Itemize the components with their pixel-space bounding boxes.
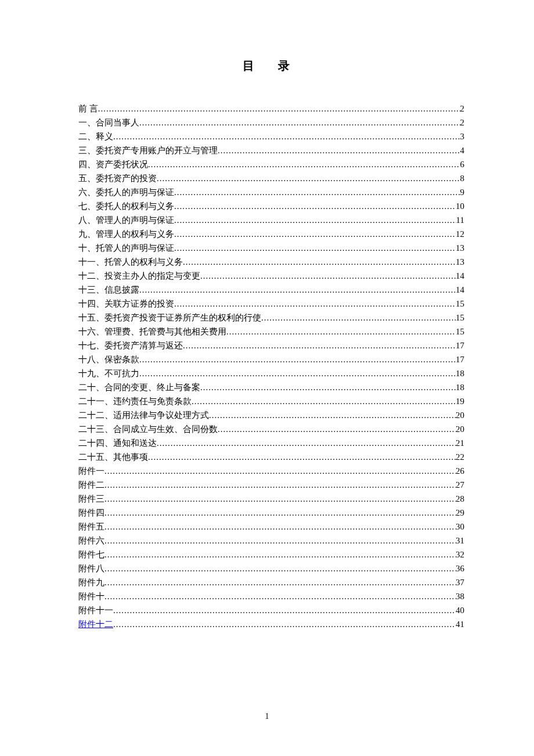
toc-entry[interactable]: 附件一26 xyxy=(78,464,464,478)
toc-entry-label: 附件五 xyxy=(78,520,104,534)
toc-leader-dots xyxy=(113,617,456,631)
toc-entry-page: 14 xyxy=(456,283,464,297)
toc-entry[interactable]: 附件八36 xyxy=(78,561,464,575)
toc-entry-page: 37 xyxy=(456,575,464,589)
toc-entry-label: 附件九 xyxy=(78,575,104,589)
toc-entry-label: 附件十二 xyxy=(78,617,113,631)
toc-entry-label: 七、委托人的权利与义务 xyxy=(78,199,174,213)
toc-entry-page: 9 xyxy=(460,185,465,199)
toc-leader-dots xyxy=(113,603,456,617)
toc-entry[interactable]: 附件三28 xyxy=(78,492,464,506)
toc-entry-label: 附件三 xyxy=(78,492,104,506)
toc-leader-dots xyxy=(104,520,456,534)
toc-entry[interactable]: 五、委托资产的投资8 xyxy=(78,171,464,185)
toc-entry-label: 十四、关联方证券的投资 xyxy=(78,297,174,311)
toc-leader-dots xyxy=(200,380,456,394)
toc-entry-page: 20 xyxy=(456,422,464,436)
toc-entry-label: 十二、投资主办人的指定与变更 xyxy=(78,269,200,283)
toc-leader-dots xyxy=(98,102,460,116)
toc-entry[interactable]: 一、合同当事人2 xyxy=(78,116,464,129)
toc-entry[interactable]: 二十五、其他事项22 xyxy=(78,450,464,464)
toc-entry-page: 17 xyxy=(456,352,464,366)
toc-entry-label: 附件四 xyxy=(78,506,104,520)
toc-entry-label: 附件一 xyxy=(78,464,104,478)
toc-entry-label: 附件二 xyxy=(78,478,104,492)
toc-title: 目 录 xyxy=(78,58,464,74)
toc-leader-dots xyxy=(192,394,456,408)
toc-entry-page: 14 xyxy=(456,269,464,283)
toc-entry-label: 十五、委托资产投资于证券所产生的权利的行使 xyxy=(78,311,261,325)
toc-entry[interactable]: 四、资产委托状况6 xyxy=(78,157,464,171)
toc-entry[interactable]: 十九、不可抗力18 xyxy=(78,366,464,380)
toc-entry[interactable]: 附件九37 xyxy=(78,575,464,589)
toc-entry-page: 21 xyxy=(456,436,464,450)
toc-entry-label: 三、委托资产专用账户的开立与管理 xyxy=(78,143,218,157)
toc-entry-label: 十八、保密条款 xyxy=(78,352,139,366)
toc-entry-page: 36 xyxy=(456,561,464,575)
toc-entry[interactable]: 附件十一40 xyxy=(78,603,464,617)
toc-entry-label: 六、委托人的声明与保证 xyxy=(78,185,174,199)
toc-leader-dots xyxy=(183,339,456,352)
toc-entry-label: 二十一、违约责任与免责条款 xyxy=(78,394,192,408)
toc-entry-page: 38 xyxy=(456,589,464,603)
toc-entry-label: 十、托管人的声明与保证 xyxy=(78,241,174,255)
toc-entry[interactable]: 附件四29 xyxy=(78,506,464,520)
toc-leader-dots xyxy=(148,450,456,464)
toc-entry[interactable]: 六、委托人的声明与保证9 xyxy=(78,185,464,199)
toc-entry[interactable]: 二、释义3 xyxy=(78,129,464,143)
toc-entry-page: 15 xyxy=(456,325,464,339)
toc-entry-label: 二十二、适用法律与争议处理方式 xyxy=(78,408,209,422)
toc-leader-dots xyxy=(218,422,456,436)
toc-entry[interactable]: 七、委托人的权利与义务10 xyxy=(78,199,464,213)
toc-entry[interactable]: 十一、托管人的权利与义务13 xyxy=(78,255,464,269)
toc-leader-dots xyxy=(139,116,460,129)
toc-entry[interactable]: 十六、管理费、托管费与其他相关费用15 xyxy=(78,325,464,339)
toc-entry[interactable]: 十七、委托资产清算与返还17 xyxy=(78,339,464,352)
toc-leader-dots xyxy=(174,297,456,311)
toc-entry-page: 4 xyxy=(460,143,465,157)
toc-leader-dots xyxy=(148,157,460,171)
toc-entry-page: 28 xyxy=(456,492,464,506)
toc-entry[interactable]: 前 言2 xyxy=(78,102,464,116)
toc-entry[interactable]: 附件十38 xyxy=(78,589,464,603)
toc-leader-dots xyxy=(104,534,456,548)
toc-entry[interactable]: 三、委托资产专用账户的开立与管理4 xyxy=(78,143,464,157)
toc-entry[interactable]: 附件二27 xyxy=(78,478,464,492)
toc-entry[interactable]: 附件五30 xyxy=(78,520,464,534)
toc-leader-dots xyxy=(104,492,456,506)
toc-entry[interactable]: 二十四、通知和送达21 xyxy=(78,436,464,450)
toc-entry[interactable]: 二十一、违约责任与免责条款19 xyxy=(78,394,464,408)
toc-leader-dots xyxy=(174,227,456,241)
toc-entry-label: 附件八 xyxy=(78,561,104,575)
toc-entry[interactable]: 二十三、合同成立与生效、合同份数20 xyxy=(78,422,464,436)
toc-entry[interactable]: 十五、委托资产投资于证券所产生的权利的行使15 xyxy=(78,311,464,325)
toc-entry[interactable]: 附件七32 xyxy=(78,548,464,561)
toc-entry[interactable]: 九、管理人的权利与义务12 xyxy=(78,227,464,241)
toc-leader-dots xyxy=(226,325,456,339)
toc-leader-dots xyxy=(218,143,460,157)
toc-entry[interactable]: 十、托管人的声明与保证13 xyxy=(78,241,464,255)
toc-entry-label: 十六、管理费、托管费与其他相关费用 xyxy=(78,325,226,339)
toc-entry[interactable]: 十八、保密条款17 xyxy=(78,352,464,366)
toc-leader-dots xyxy=(104,575,456,589)
toc-entry-label: 二十、合同的变更、终止与备案 xyxy=(78,380,200,394)
toc-entry[interactable]: 二十二、适用法律与争议处理方式20 xyxy=(78,408,464,422)
toc-entry-page: 13 xyxy=(456,255,464,269)
toc-entry[interactable]: 二十、合同的变更、终止与备案18 xyxy=(78,380,464,394)
toc-entry-label: 附件十 xyxy=(78,589,104,603)
toc-entry-page: 6 xyxy=(460,157,465,171)
toc-entry-page: 13 xyxy=(456,241,464,255)
toc-entry-label: 二、释义 xyxy=(78,129,113,143)
toc-leader-dots xyxy=(139,283,456,297)
toc-entry[interactable]: 附件六31 xyxy=(78,534,464,548)
toc-leader-dots xyxy=(183,255,456,269)
toc-entry-page: 32 xyxy=(456,548,464,561)
toc-entry-label: 九、管理人的权利与义务 xyxy=(78,227,174,241)
toc-entry[interactable]: 附件十二41 xyxy=(78,617,464,631)
toc-entry[interactable]: 十三、信息披露14 xyxy=(78,283,464,297)
toc-entry[interactable]: 十四、关联方证券的投资15 xyxy=(78,297,464,311)
toc-leader-dots xyxy=(261,311,456,325)
toc-entry[interactable]: 八、管理人的声明与保证11 xyxy=(78,213,464,227)
toc-entry-page: 18 xyxy=(456,366,464,380)
toc-entry[interactable]: 十二、投资主办人的指定与变更14 xyxy=(78,269,464,283)
